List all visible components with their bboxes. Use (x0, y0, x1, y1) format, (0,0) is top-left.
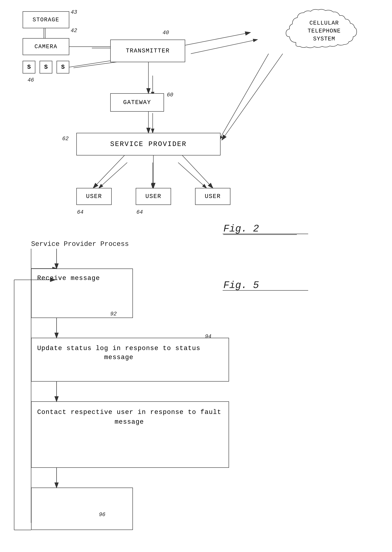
user-box-1: USER (76, 188, 112, 205)
svg-line-35 (185, 33, 250, 45)
s-box-1: S (23, 61, 35, 74)
svg-line-36 (222, 54, 283, 140)
svg-line-37 (93, 155, 124, 188)
svg-line-8 (219, 54, 269, 140)
ref-46: 46 (28, 77, 34, 83)
storage-box: STORAGE (23, 11, 69, 28)
gateway-ref: 60 (167, 92, 173, 98)
svg-line-11 (178, 163, 206, 188)
storage-ref: 43 (71, 9, 77, 15)
flowchart-box-receive: Receive message (31, 269, 133, 318)
receive-ref: 92 (110, 311, 117, 317)
user-box-2: USER (136, 188, 171, 205)
transmitter-ref: 40 (162, 30, 169, 36)
service-provider-box: SERVICE PROVIDER (76, 133, 221, 155)
transmitter-box: TRANSMITTER (110, 40, 185, 62)
flowchart-box-bottom (31, 488, 133, 530)
user1-ref: 64 (77, 209, 84, 215)
cellular-text: CELLULARTELEPHONESYSTEM (308, 19, 341, 43)
flowchart-header: Service Provider Process (31, 240, 129, 248)
user2-ref: 64 (136, 209, 143, 215)
s-box-3: S (56, 61, 69, 74)
s-box-2: S (40, 61, 52, 74)
cellular-cloud: CELLULARTELEPHONESYSTEM (285, 8, 364, 54)
fig2-label: Fig. 2 (223, 223, 259, 235)
user-box-3: USER (195, 188, 231, 205)
svg-line-32 (69, 61, 110, 67)
flowchart-box-update: Update status log in response to status … (31, 338, 229, 382)
service-provider-ref: 62 (62, 136, 69, 142)
svg-line-39 (182, 155, 213, 188)
update-ref: 94 (205, 333, 211, 340)
bottom-ref: 96 (99, 511, 105, 518)
svg-line-9 (99, 163, 127, 188)
flowchart-box-contact: Contact respective user in response to f… (31, 401, 229, 468)
gateway-box: GATEWAY (110, 93, 164, 112)
diagram-container: STORAGE 43 42 CAMERA S S S 46 TRANSMITTE… (0, 0, 392, 552)
camera-box: CAMERA (23, 38, 69, 55)
camera-ref-42: 42 (71, 28, 77, 34)
fig5-label: Fig. 5 (223, 280, 259, 291)
svg-line-7 (191, 40, 257, 54)
